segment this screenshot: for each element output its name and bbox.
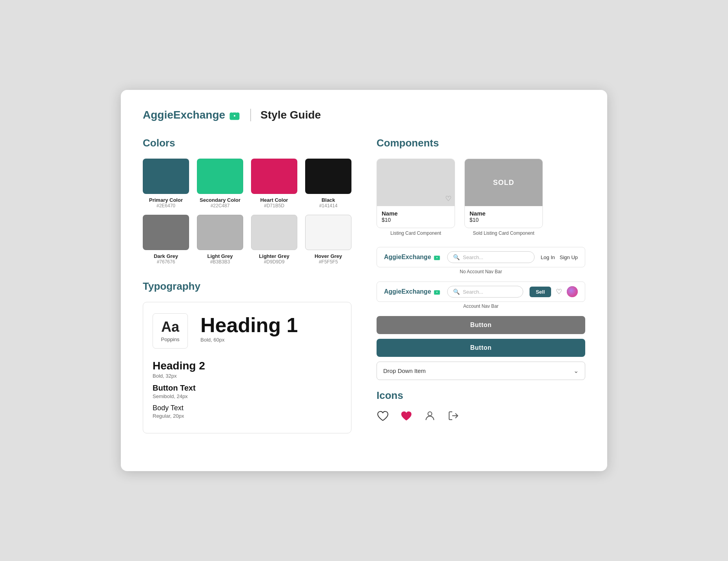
header-divider <box>250 109 251 121</box>
heart-outline-icon <box>377 409 389 422</box>
swatch-black-box <box>305 159 351 194</box>
type-samples: Heading 1 Bold, 60px <box>200 314 342 347</box>
swatch-black-hex: #141414 <box>319 203 338 208</box>
navbar-search-no-account[interactable]: 🔍 Search... <box>447 251 535 263</box>
avatar-img <box>567 286 578 297</box>
swatch-lightgrey: Light Grey #B3B3B3 <box>197 215 243 265</box>
heading2-meta: Bold, 32px <box>153 373 342 379</box>
right-column: Components ♡ Name $10 <box>377 137 585 449</box>
aa-text: Aa <box>161 320 179 334</box>
swatch-darkgrey: Dark Grey #767676 <box>143 215 189 265</box>
listing-card-price: $10 <box>382 217 450 223</box>
font-demo: Aa Poppins Heading 1 Bold, 60px <box>153 313 342 349</box>
swatch-heart-hex: #D71B5D <box>264 203 284 208</box>
listing-card-name: Name <box>382 210 450 217</box>
icons-row <box>377 409 585 422</box>
svg-point-6 <box>567 286 578 297</box>
swatch-secondary-label: Secondary Color <box>200 197 240 203</box>
icons-title: Icons <box>377 389 585 402</box>
swatch-primary-box <box>143 159 189 194</box>
icons-section: Icons <box>377 389 585 422</box>
listing-cards-row: ♡ Name $10 Listing Card Component <box>377 159 585 236</box>
components-section: Components ♡ Name $10 <box>377 137 585 380</box>
sold-listing-card-wrap: SOLD Name $10 Sold Listing Card Componen… <box>464 159 543 236</box>
signup-link[interactable]: Sign Up <box>560 254 578 260</box>
teal-button[interactable]: Button <box>377 339 585 357</box>
listing-card-wrap: ♡ Name $10 Listing Card Component <box>377 159 455 236</box>
sold-listing-card: SOLD Name $10 <box>464 159 543 228</box>
typography-section: Typography Aa Poppins Heading 1 Bold, 60… <box>143 280 351 433</box>
nav-avatar[interactable] <box>567 286 578 297</box>
search-placeholder-no-account: Search... <box>463 254 483 260</box>
brand-name: AggieExchange <box>143 109 225 121</box>
aa-box: Aa Poppins <box>153 313 188 349</box>
navbar-brand-name-no-account: AggieExchange <box>384 254 431 261</box>
components-title: Components <box>377 137 585 149</box>
swatch-lightergrey-box <box>251 215 297 250</box>
listing-card: ♡ Name $10 <box>377 159 455 228</box>
logout-icon <box>447 409 460 422</box>
heading2-sample-wrap: Heading 2 Bold, 32px Button Text Semibol… <box>153 360 342 419</box>
heart-icon[interactable]: ♡ <box>445 194 451 203</box>
nav-heart-icon[interactable]: ♡ <box>556 287 562 296</box>
no-account-navbar: AggieExchange 🔍 Search... Log In Sig <box>377 247 585 267</box>
swatch-heart-box <box>251 159 297 194</box>
listing-card-image: ♡ <box>377 159 455 206</box>
navbar-brand-account: AggieExchange <box>384 288 441 296</box>
search-placeholder-account: Search... <box>463 289 483 295</box>
page-header: AggieExchange Style Guide <box>143 109 585 121</box>
swatch-lightgrey-label: Light Grey <box>207 253 233 259</box>
button-text-meta: Semibold, 24px <box>153 393 342 399</box>
swatch-secondary-box <box>197 159 243 194</box>
swatch-hovergrey: Hover Grey #F5F5F5 <box>305 215 351 265</box>
swatch-heart: Heart Color #D71B5D <box>251 159 297 208</box>
navbar-brand-name-account: AggieExchange <box>384 288 431 295</box>
heading2-sample: Heading 2 <box>153 360 342 372</box>
typography-box: Aa Poppins Heading 1 Bold, 60px Heading … <box>143 302 351 433</box>
body-text-sample: Body Text <box>153 404 342 412</box>
account-navbar-label: Account Nav Bar <box>377 303 585 309</box>
swatch-black-label: Black <box>322 197 335 203</box>
navbar-bag-icon <box>433 253 441 261</box>
swatch-lightgrey-hex: #B3B3B3 <box>210 259 230 265</box>
color-swatches: Primary Color #2E6470 Secondary Color #2… <box>143 159 351 265</box>
navbar-search-account[interactable]: 🔍 Search... <box>447 286 523 298</box>
bag-icon <box>228 109 241 121</box>
button-text-sample: Button Text <box>153 384 342 393</box>
swatch-darkgrey-label: Dark Grey <box>154 253 178 259</box>
sold-card-name: Name <box>470 210 538 217</box>
style-guide-page: AggieExchange Style Guide Colors Primary… <box>121 90 607 471</box>
grey-button[interactable]: Button <box>377 316 585 334</box>
chevron-down-icon: ⌄ <box>573 367 579 375</box>
sold-listing-card-image: SOLD <box>465 159 542 206</box>
swatch-darkgrey-hex: #767676 <box>157 259 175 265</box>
swatch-secondary-hex: #22C487 <box>211 203 230 208</box>
body-text-meta: Regular, 20px <box>153 413 342 419</box>
sold-card-price: $10 <box>470 217 538 223</box>
swatch-hovergrey-hex: #F5F5F5 <box>319 259 338 265</box>
login-link[interactable]: Log In <box>541 254 555 260</box>
heading1-meta: Bold, 60px <box>200 337 342 343</box>
swatch-lightergrey-label: Lighter Grey <box>259 253 289 259</box>
swatch-lightergrey: Lighter Grey #D9D9D9 <box>251 215 297 265</box>
dropdown-component[interactable]: Drop Down Item ⌄ <box>377 362 585 380</box>
navbar-bag-icon-account <box>433 288 441 296</box>
swatch-lightgrey-box <box>197 215 243 250</box>
listing-card-label: Listing Card Component <box>377 230 455 236</box>
main-grid: Colors Primary Color #2E6470 Secondary C… <box>143 137 585 449</box>
sell-button[interactable]: Sell <box>530 287 551 297</box>
swatch-hovergrey-box <box>305 215 351 250</box>
heading1-sample: Heading 1 <box>200 314 342 336</box>
sold-listing-card-body: Name $10 <box>465 206 542 228</box>
swatch-darkgrey-box <box>143 215 189 250</box>
colors-section: Colors Primary Color #2E6470 Secondary C… <box>143 137 351 265</box>
left-column: Colors Primary Color #2E6470 Secondary C… <box>143 137 351 449</box>
swatch-black: Black #141414 <box>305 159 351 208</box>
page-title: Style Guide <box>260 109 321 121</box>
swatch-primary: Primary Color #2E6470 <box>143 159 189 208</box>
person-icon <box>424 409 436 422</box>
account-navbar: AggieExchange 🔍 Search... Sell ♡ <box>377 281 585 302</box>
swatch-primary-label: Primary Color <box>149 197 183 203</box>
navbar-actions-account: Sell ♡ <box>530 286 578 297</box>
typography-title: Typography <box>143 280 351 292</box>
